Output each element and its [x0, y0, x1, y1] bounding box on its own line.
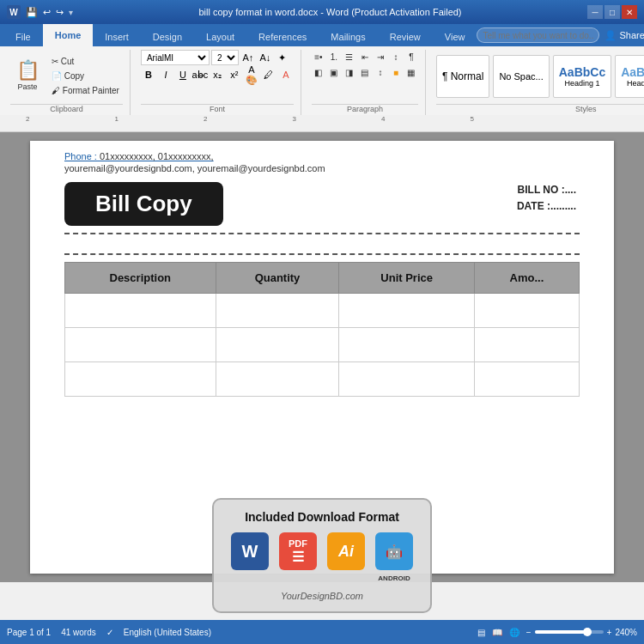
paste-button[interactable]: 📋 Paste [10, 52, 45, 100]
font-size-select[interactable]: 22 [211, 50, 239, 65]
tell-me-input[interactable] [477, 27, 599, 43]
tab-mailings[interactable]: Mailings [319, 27, 377, 46]
clear-format-button[interactable]: ✦ [275, 50, 290, 65]
shrink-font-button[interactable]: A↓ [258, 50, 273, 65]
cut-button[interactable]: ✂ Cut [48, 55, 123, 68]
view-read-icon[interactable]: 📖 [492, 628, 502, 637]
underline-button[interactable]: U [175, 67, 191, 82]
table-row [65, 328, 580, 362]
increase-indent-button[interactable]: ⇥ [374, 50, 387, 64]
bill-table: Description Quantity Unit Price Amo... [64, 262, 580, 397]
grow-font-button[interactable]: A↑ [240, 50, 256, 65]
font-label: Font [141, 104, 294, 115]
download-word-icon[interactable]: W [231, 532, 269, 570]
phone-label: Phone : [64, 151, 97, 161]
quick-redo[interactable]: ↪ [56, 7, 64, 18]
border-button[interactable]: ▦ [404, 65, 418, 79]
bullets-button[interactable]: ≡• [312, 50, 325, 64]
line-spacing-button[interactable]: ↕ [374, 65, 387, 79]
download-title: Included Download Format [231, 510, 413, 524]
italic-button[interactable]: I [158, 67, 173, 82]
style-heading2-label: Heading 2 [627, 79, 644, 88]
word-count: 41 words [61, 628, 96, 637]
quick-save[interactable]: 💾 [26, 7, 38, 18]
zoom-handle[interactable] [583, 628, 592, 636]
align-center-button[interactable]: ▣ [327, 65, 341, 79]
zoom-in-button[interactable]: + [607, 628, 612, 637]
minimize-button[interactable]: ─ [587, 5, 603, 19]
language: English (United States) [124, 628, 211, 637]
cell-desc-1 [65, 294, 216, 328]
status-bar: Page 1 of 1 41 words ✓ English (United S… [0, 620, 644, 644]
window-controls: ─ □ ✕ [587, 5, 637, 19]
multilevel-button[interactable]: ☰ [343, 50, 356, 64]
justify-button[interactable]: ▤ [358, 65, 372, 79]
android-label: ANDROID [378, 574, 410, 582]
cell-price-2 [339, 328, 474, 362]
word-icon: W [7, 5, 21, 19]
font-color-button[interactable]: A [278, 67, 294, 82]
font-name-row: ArialMI 22 A↑ A↓ ✦ [141, 50, 290, 65]
style-heading1[interactable]: AaBbCc Heading 1 [553, 55, 611, 98]
bill-info: BILL NO :.... DATE :......... [517, 182, 580, 215]
numbering-button[interactable]: 1. [327, 50, 341, 64]
font-format-row: B I U ab̶c x₂ x² A🎨 🖊 A [141, 67, 294, 82]
align-right-button[interactable]: ◨ [343, 65, 356, 79]
status-right: ▤ 📖 🌐 − + 240% [477, 628, 637, 637]
tab-layout[interactable]: Layout [194, 27, 246, 46]
cell-amt-1 [474, 294, 579, 328]
dotted-line-2 [64, 253, 580, 255]
tab-file[interactable]: File [3, 27, 43, 46]
view-web-icon[interactable]: 🌐 [509, 628, 519, 637]
cell-price-3 [339, 362, 474, 397]
download-ai-icon[interactable]: Ai [327, 532, 365, 570]
title-bar-left: W 💾 ↩ ↪ ▾ [7, 5, 73, 19]
table-header-row: Description Quantity Unit Price Amo... [65, 263, 580, 294]
table-row [65, 294, 580, 328]
highlight-button[interactable]: 🖊 [261, 67, 276, 82]
style-no-spacing[interactable]: No Spac... [493, 55, 549, 98]
text-effect-button[interactable]: A🎨 [244, 67, 259, 82]
spacer-1 [64, 241, 580, 246]
tab-view[interactable]: View [433, 27, 477, 46]
zoom-out-button[interactable]: − [526, 628, 532, 637]
download-overlay: Included Download Format W PDF ☰ Ai 🤖 AN… [212, 498, 432, 613]
styles-buttons: ¶ Normal No Spac... AaBbCc Heading 1 AaB… [436, 50, 644, 102]
align-left-button[interactable]: ◧ [312, 65, 325, 79]
tab-insert[interactable]: Insert [93, 27, 141, 46]
superscript-button[interactable]: x² [227, 67, 242, 82]
tab-home[interactable]: Home [43, 24, 94, 46]
zoom-slider[interactable] [535, 630, 604, 634]
font-name-select[interactable]: ArialMI [141, 50, 210, 65]
ruler-marks: 2 1 2 3 4 5 [26, 115, 618, 131]
format-painter-button[interactable]: 🖌 Format Painter [48, 84, 123, 97]
tab-design[interactable]: Design [141, 27, 194, 46]
strikethrough-button[interactable]: ab̶c [192, 67, 208, 82]
quick-undo[interactable]: ↩ [43, 7, 51, 18]
show-marks-button[interactable]: ¶ [404, 50, 418, 64]
tab-references[interactable]: References [246, 27, 319, 46]
close-button[interactable]: ✕ [622, 5, 637, 19]
shading-button[interactable]: ■ [389, 65, 403, 79]
cell-qty-1 [216, 294, 339, 328]
decrease-indent-button[interactable]: ⇤ [358, 50, 372, 64]
style-no-spacing-preview: No Spac... [499, 71, 543, 82]
subscript-button[interactable]: x₂ [210, 67, 225, 82]
phone-line: Phone : 01xxxxxxxxx, 01xxxxxxxxx, [64, 151, 580, 161]
bold-button[interactable]: B [141, 67, 156, 82]
style-normal[interactable]: ¶ Normal [436, 55, 489, 98]
view-normal-icon[interactable]: ▤ [477, 628, 485, 637]
tab-review[interactable]: Review [378, 27, 433, 46]
paragraph-controls: ≡• 1. ☰ ⇤ ⇥ ↕ ¶ ◧ ▣ ◨ ▤ ↕ ■ ▦ [312, 50, 418, 102]
dotted-line-1 [64, 233, 580, 234]
download-pdf-icon[interactable]: PDF ☰ [279, 532, 317, 570]
share-button[interactable]: 👤 Share [605, 30, 644, 41]
phone-numbers: 01xxxxxxxxx, 01xxxxxxxxx, [100, 151, 214, 161]
clipboard-buttons: 📋 Paste ✂ Cut 📄 Copy 🖌 Format Painter [10, 50, 123, 102]
copy-button[interactable]: 📄 Copy [48, 70, 123, 82]
ribbon-tabs: File Home Insert Design Layout Reference… [0, 24, 644, 46]
maximize-button[interactable]: □ [605, 5, 620, 19]
style-heading2[interactable]: AaBbCc Heading 2 [615, 55, 644, 98]
sort-button[interactable]: ↕ [389, 50, 403, 64]
download-android-icon[interactable]: 🤖 ANDROID [375, 532, 413, 570]
